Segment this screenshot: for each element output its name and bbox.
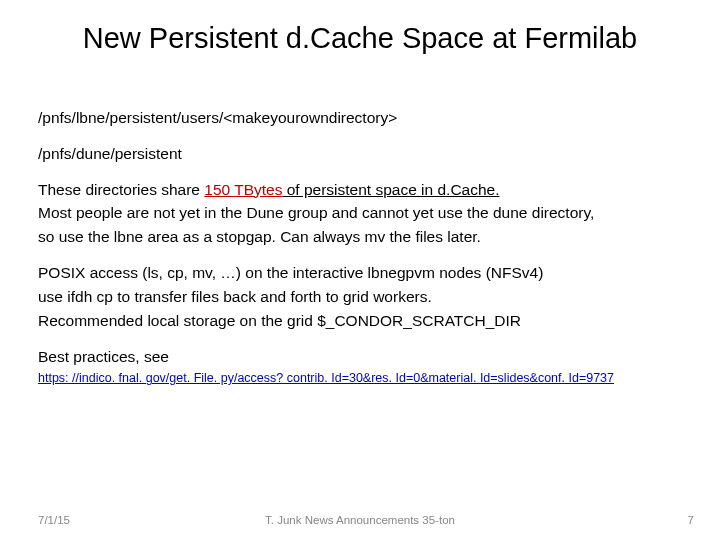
text-span: These directories share xyxy=(38,181,204,198)
footer-page-number: 7 xyxy=(688,514,694,526)
slide-title: New Persistent d.Cache Space at Fermilab xyxy=(0,22,720,55)
slide: New Persistent d.Cache Space at Fermilab… xyxy=(0,0,720,540)
body-line: POSIX access (ls, cp, mv, …) on the inte… xyxy=(38,263,682,283)
best-practices-link[interactable]: https: //indico. fnal. gov/get. File. py… xyxy=(38,370,682,386)
slide-body: /pnfs/lbne/persistent/users/<makeyourown… xyxy=(38,108,682,387)
body-line: Best practices, see xyxy=(38,347,682,367)
text-span: of persistent space in d.Cache. xyxy=(282,181,499,198)
body-line: so use the lbne area as a stopgap. Can a… xyxy=(38,227,682,247)
path-line-2: /pnfs/dune/persistent xyxy=(38,144,682,164)
body-line: Most people are not yet in the Dune grou… xyxy=(38,203,682,223)
body-line: use ifdh cp to transfer files back and f… xyxy=(38,287,682,307)
footer-center: T. Junk News Announcements 35-ton xyxy=(0,514,720,526)
body-line: These directories share 150 TBytes of pe… xyxy=(38,180,682,200)
emphasis-size: 150 TBytes xyxy=(204,181,282,198)
path-line-1: /pnfs/lbne/persistent/users/<makeyourown… xyxy=(38,108,682,128)
body-line: Recommended local storage on the grid $_… xyxy=(38,311,682,331)
